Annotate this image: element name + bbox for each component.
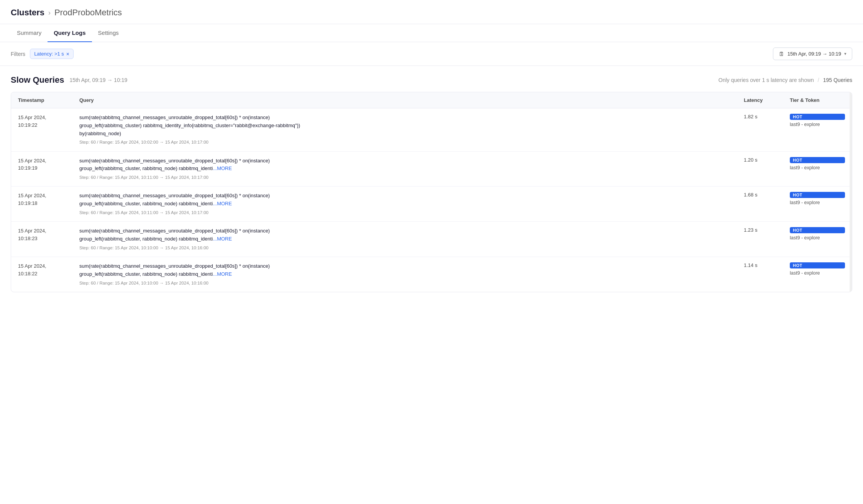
query-text: sum(rate(rabbitmq_channel_messages_unrou… (79, 157, 730, 173)
meta-divider: / (818, 77, 819, 83)
col-header-latency: Latency (737, 92, 783, 108)
tab-settings[interactable]: Settings (92, 24, 125, 42)
tab-query-logs[interactable]: Query Logs (48, 24, 92, 42)
query-meta: Step: 60 / Range: 15 Apr 2024, 10:10:00 … (79, 245, 730, 251)
query-meta: Step: 60 / Range: 15 Apr 2024, 10:02:00 … (79, 139, 730, 146)
query-meta: Step: 60 / Range: 15 Apr 2024, 10:11:00 … (79, 174, 730, 181)
breadcrumb: Clusters › ProdProboMetrics (0, 0, 863, 24)
date-range-label: 15th Apr, 09:19 → 10:19 (788, 51, 841, 57)
filter-bar: Filters Latency: >1 s × 🗓 15th Apr, 09:1… (0, 42, 863, 66)
more-link[interactable]: ...MORE (213, 236, 232, 242)
timestamp-cell: 15 Apr 2024,10:18:22 (11, 257, 72, 292)
filter-chip-label: Latency: >1 s (34, 51, 64, 57)
table-header-row: Timestamp Query Latency Tier & Token (11, 92, 852, 108)
more-link[interactable]: ...MORE (213, 271, 232, 277)
latency-cell: 1.14 s (737, 257, 783, 292)
calendar-icon: 🗓 (779, 51, 784, 57)
query-cell: sum(rate(rabbitmq_channel_messages_unrou… (72, 151, 737, 187)
latency-cell: 1.82 s (737, 108, 783, 152)
query-cell: sum(rate(rabbitmq_channel_messages_unrou… (72, 222, 737, 257)
query-text: sum(rate(rabbitmq_channel_messages_unrou… (79, 192, 730, 208)
query-cell: sum(rate(rabbitmq_channel_messages_unrou… (72, 187, 737, 222)
slow-queries-meta: Only queries over 1 s latency are shown … (719, 77, 852, 83)
hot-badge: HOT (790, 192, 845, 198)
tier-token-cell: HOT last9 - explore (783, 108, 852, 152)
filter-left: Filters Latency: >1 s × (11, 49, 74, 59)
query-cell: sum(rate(rabbitmq_channel_messages_unrou… (72, 257, 737, 292)
slow-queries-note: Only queries over 1 s latency are shown (719, 77, 814, 83)
more-link[interactable]: ...MORE (213, 165, 232, 171)
query-meta: Step: 60 / Range: 15 Apr 2024, 10:11:00 … (79, 209, 730, 216)
latency-cell: 1.20 s (737, 151, 783, 187)
latency-filter-chip[interactable]: Latency: >1 s × (30, 49, 74, 59)
tier-token: last9 - explore (790, 270, 845, 276)
query-meta: Step: 60 / Range: 15 Apr 2024, 10:10:00 … (79, 280, 730, 286)
timestamp-cell: 15 Apr 2024,10:19:22 (11, 108, 72, 152)
table-row: 15 Apr 2024,10:19:19sum(rate(rabbitmq_ch… (11, 151, 852, 187)
table-row: 15 Apr 2024,10:18:23sum(rate(rabbitmq_ch… (11, 222, 852, 257)
timestamp-cell: 15 Apr 2024,10:19:18 (11, 187, 72, 222)
breadcrumb-chevron-icon: › (48, 9, 51, 17)
date-range-button[interactable]: 🗓 15th Apr, 09:19 → 10:19 ▾ (773, 47, 852, 60)
slow-queries-header: Slow Queries 15th Apr, 09:19 → 10:19 Onl… (11, 75, 852, 85)
query-text: sum(rate(rabbitmq_channel_messages_unrou… (79, 114, 730, 137)
col-header-timestamp: Timestamp (11, 92, 72, 108)
query-text: sum(rate(rabbitmq_channel_messages_unrou… (79, 227, 730, 243)
col-header-query: Query (72, 92, 737, 108)
clusters-link[interactable]: Clusters (11, 8, 44, 18)
filters-label: Filters (11, 51, 25, 57)
timestamp-cell: 15 Apr 2024,10:19:19 (11, 151, 72, 187)
tier-token: last9 - explore (790, 235, 845, 241)
tier-token: last9 - explore (790, 165, 845, 170)
slow-queries-section: Slow Queries 15th Apr, 09:19 → 10:19 Onl… (0, 66, 863, 292)
timestamp-cell: 15 Apr 2024,10:18:23 (11, 222, 72, 257)
tier-token-cell: HOT last9 - explore (783, 187, 852, 222)
query-count: 195 Queries (823, 77, 852, 83)
hot-badge: HOT (790, 262, 845, 268)
slow-queries-date-range: 15th Apr, 09:19 → 10:19 (69, 77, 127, 83)
table-row: 15 Apr 2024,10:18:22sum(rate(rabbitmq_ch… (11, 257, 852, 292)
tier-token: last9 - explore (790, 200, 845, 205)
query-cell: sum(rate(rabbitmq_channel_messages_unrou… (72, 108, 737, 152)
table-row: 15 Apr 2024,10:19:18sum(rate(rabbitmq_ch… (11, 187, 852, 222)
tier-token-cell: HOT last9 - explore (783, 257, 852, 292)
table-row: 15 Apr 2024,10:19:22sum(rate(rabbitmq_ch… (11, 108, 852, 152)
col-header-tier-token: Tier & Token (783, 92, 852, 108)
hot-badge: HOT (790, 227, 845, 233)
chevron-down-icon: ▾ (844, 51, 847, 56)
hot-badge: HOT (790, 157, 845, 163)
hot-badge: HOT (790, 114, 845, 120)
more-link[interactable]: ...MORE (213, 201, 232, 206)
tab-summary[interactable]: Summary (11, 24, 48, 42)
slow-queries-title-group: Slow Queries 15th Apr, 09:19 → 10:19 (11, 75, 127, 85)
query-text: sum(rate(rabbitmq_channel_messages_unrou… (79, 262, 730, 278)
tier-token: last9 - explore (790, 122, 845, 127)
slow-queries-table: Timestamp Query Latency Tier & Token 15 … (11, 92, 852, 292)
latency-cell: 1.23 s (737, 222, 783, 257)
tier-token-cell: HOT last9 - explore (783, 151, 852, 187)
tab-bar: Summary Query Logs Settings (0, 24, 863, 42)
tier-token-cell: HOT last9 - explore (783, 222, 852, 257)
latency-cell: 1.68 s (737, 187, 783, 222)
breadcrumb-current-page: ProdProboMetrics (54, 8, 122, 18)
filter-chip-close-icon[interactable]: × (66, 51, 69, 57)
slow-queries-title: Slow Queries (11, 75, 64, 85)
